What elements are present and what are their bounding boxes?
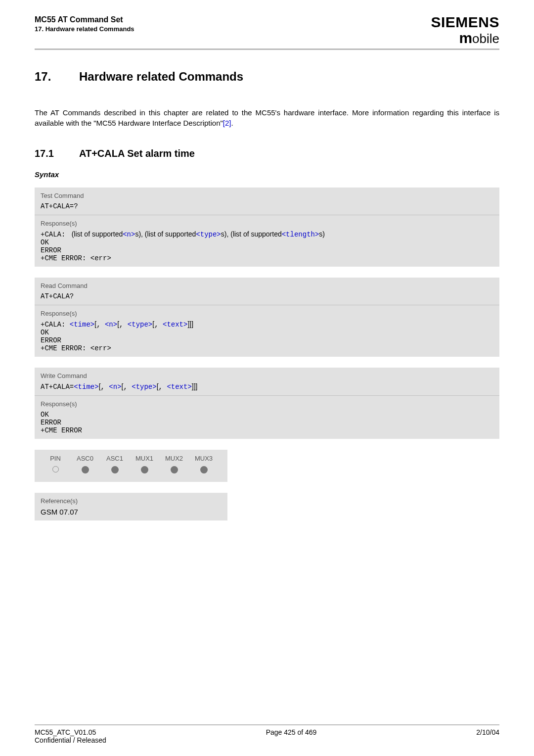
c1: , — [96, 321, 105, 329]
section-title: AT+CALA Set alarm time — [79, 148, 195, 159]
mux2-value — [159, 466, 189, 475]
section-number: 17.1 — [35, 148, 79, 159]
intro-text-1: The AT Commands described in this chapte… — [35, 108, 499, 127]
brand-logo: SIEMENS mobile — [431, 15, 499, 46]
intro-paragraph: The AT Commands described in this chapte… — [35, 107, 499, 128]
mobile-wordmark: mobile — [431, 31, 499, 46]
col-mux2: MUX2 — [159, 455, 189, 462]
mobile-m: m — [459, 30, 472, 46]
doc-confidentiality: Confidential / Released — [35, 736, 106, 744]
reference-link[interactable]: [2] — [223, 119, 231, 127]
param-text-w: <text> — [167, 383, 191, 391]
header-left: MC55 AT Command Set 17. Hardware related… — [35, 15, 134, 34]
intro-text-2: . — [231, 119, 233, 127]
wbr4: ]]] — [192, 382, 198, 390]
c2: , — [119, 321, 128, 329]
read-command-cmd: AT+CALA? — [41, 292, 493, 300]
txt-1d: s), (list of supported — [221, 230, 282, 238]
mux1-value — [130, 466, 159, 475]
read-ok: OK — [41, 329, 493, 336]
param-time: <time> — [70, 321, 94, 329]
mobile-rest: obile — [472, 31, 499, 46]
page-header: MC55 AT Command Set 17. Hardware related… — [35, 15, 499, 46]
read-command-block: Read Command AT+CALA? Response(s) +CALA:… — [35, 278, 499, 357]
col-mux1: MUX1 — [130, 455, 159, 462]
test-response-heading: Response(s) — [41, 220, 493, 227]
col-asc1: ASC1 — [100, 455, 130, 462]
cala-prefix: +CALA: — [41, 231, 70, 238]
param-text: <text> — [163, 321, 187, 329]
circle-filled-icon — [171, 466, 178, 473]
doc-version: MC55_ATC_V01.05 — [35, 728, 106, 736]
test-cme-error: +CME ERROR: <err> — [41, 254, 493, 262]
doc-title: MC55 AT Command Set — [35, 15, 134, 25]
read-response-line1: +CALA: <time>[, <n>[, <type>[, <text>]]] — [41, 320, 493, 329]
read-command-heading: Read Command — [41, 282, 493, 289]
txt-1e: s) — [319, 230, 325, 238]
write-response-heading: Response(s) — [41, 400, 493, 408]
write-command-block: Write Command AT+CALA=<time>[, <n>[, <ty… — [35, 368, 499, 439]
c3: , — [154, 321, 163, 329]
param-type-2: <type> — [128, 321, 152, 329]
doc-section: 17. Hardware related Commands — [35, 25, 134, 34]
mux3-value — [189, 466, 219, 475]
page-number: Page 425 of 469 — [266, 728, 317, 744]
wc1: , — [101, 383, 109, 391]
section-heading: 17.1AT+CALA Set alarm time — [35, 148, 499, 159]
syntax-label: Syntax — [35, 170, 499, 179]
circle-filled-icon — [82, 466, 89, 473]
write-command-cmd: AT+CALA=<time>[, <n>[, <type>[, <text>]]… — [41, 382, 493, 391]
test-ok: OK — [41, 238, 493, 246]
page-footer: MC55_ATC_V01.05 Confidential / Released … — [35, 722, 499, 744]
chapter-heading: 17.Hardware related Commands — [35, 70, 499, 84]
write-cme-error: +CME ERROR — [41, 426, 493, 434]
applicability-value-row — [41, 466, 222, 479]
pin-value — [41, 466, 70, 475]
write-ok: OK — [41, 411, 493, 419]
cala-prefix-2: +CALA: — [41, 321, 70, 329]
test-error: ERROR — [41, 246, 493, 254]
circle-filled-icon — [111, 466, 119, 473]
param-n-2: <n> — [105, 321, 117, 329]
col-asc0: ASC0 — [70, 455, 100, 462]
applicability-table: PIN ASC0 ASC1 MUX1 MUX2 MUX3 — [35, 450, 227, 482]
test-response-line1: +CALA: (list of supported<n>s), (list of… — [41, 230, 493, 238]
param-n: <n> — [123, 231, 135, 238]
wc3: , — [159, 383, 167, 391]
footer-left: MC55_ATC_V01.05 Confidential / Released — [35, 728, 106, 744]
circle-empty-icon — [52, 466, 59, 472]
references-heading: Reference(s) — [41, 497, 222, 505]
asc1-value — [100, 466, 130, 475]
txt-1b: (list of supported — [70, 230, 123, 238]
references-block: Reference(s) GSM 07.07 — [35, 493, 227, 520]
txt-1c: s), (list of supported — [135, 230, 196, 238]
write-command-heading: Write Command — [41, 372, 493, 379]
circle-filled-icon — [141, 466, 148, 473]
siemens-wordmark: SIEMENS — [431, 15, 499, 30]
write-pre: AT+CALA= — [41, 383, 74, 391]
param-type: <type> — [196, 231, 221, 238]
test-command-cmd: AT+CALA=? — [41, 202, 493, 210]
asc0-value — [70, 466, 100, 475]
read-cme-error: +CME ERROR: <err> — [41, 344, 493, 352]
write-error: ERROR — [41, 419, 493, 426]
applicability-header-row: PIN ASC0 ASC1 MUX1 MUX2 MUX3 — [41, 455, 222, 466]
chapter-title: Hardware related Commands — [79, 70, 243, 83]
param-tlength: <tlength> — [282, 231, 319, 238]
circle-filled-icon — [200, 466, 208, 473]
chapter-number: 17. — [35, 70, 79, 84]
col-mux3: MUX3 — [189, 455, 219, 462]
test-command-heading: Test Command — [41, 192, 493, 199]
doc-date: 2/10/04 — [476, 728, 499, 744]
param-n-w: <n> — [109, 383, 121, 391]
references-value: GSM 07.07 — [41, 508, 222, 516]
param-type-w: <type> — [132, 383, 156, 391]
footer-rule — [35, 724, 499, 725]
read-response-heading: Response(s) — [41, 310, 493, 317]
param-time-w: <time> — [74, 383, 98, 391]
col-pin: PIN — [41, 455, 70, 462]
br4: ]]] — [187, 320, 193, 328]
wc2: , — [123, 383, 132, 391]
read-error: ERROR — [41, 336, 493, 344]
test-command-block: Test Command AT+CALA=? Response(s) +CALA… — [35, 188, 499, 267]
